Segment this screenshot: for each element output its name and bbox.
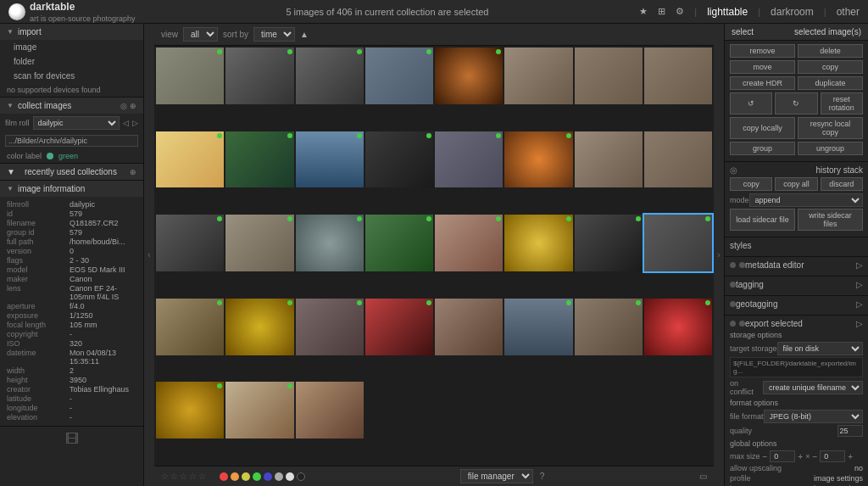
star-5[interactable]: ☆ — [198, 472, 206, 481]
star-icon[interactable]: ★ — [639, 6, 648, 17]
photo-cell[interactable] — [435, 131, 503, 188]
photo-cell[interactable] — [225, 382, 293, 439]
metadata-dot1[interactable] — [730, 262, 736, 268]
on-conflict-select[interactable]: create unique filename — [763, 381, 863, 394]
import-image[interactable]: image — [0, 40, 143, 54]
write-sidecar-button[interactable]: write sidecar files — [798, 209, 863, 231]
star-2[interactable]: ☆ — [170, 472, 178, 481]
color-label-orange[interactable] — [231, 472, 239, 481]
max-size-h-minus[interactable]: − — [812, 452, 817, 461]
filmstrip-toggle[interactable]: ▭ — [699, 472, 707, 481]
help-icon[interactable]: ? — [540, 472, 545, 481]
mode-select[interactable]: append — [749, 193, 863, 207]
photo-cell[interactable] — [644, 215, 712, 271]
copy-button[interactable]: copy — [798, 60, 863, 74]
photo-cell[interactable] — [644, 131, 712, 188]
photo-cell[interactable] — [575, 299, 643, 355]
file-manager-select[interactable]: file manager — [460, 469, 533, 483]
load-sidecar-button[interactable]: load sidecar file — [730, 209, 795, 231]
copy-locally-button[interactable]: copy locally — [730, 117, 795, 139]
photo-cell[interactable] — [296, 215, 364, 271]
color-label-white[interactable] — [286, 472, 294, 481]
photo-cell[interactable] — [504, 215, 572, 271]
max-size-minus[interactable]: − — [763, 452, 768, 461]
rotate-left-button[interactable]: ↺ — [730, 92, 772, 115]
color-label-green[interactable] — [253, 472, 261, 481]
photo-cell[interactable] — [156, 47, 224, 104]
gear-icon[interactable]: ⚙ — [676, 6, 684, 17]
import-folder[interactable]: folder — [0, 54, 143, 69]
grid-icon[interactable]: ⊞ — [658, 6, 665, 17]
tagging-dot[interactable] — [730, 282, 736, 288]
photo-cell[interactable] — [575, 215, 643, 271]
photo-cell[interactable] — [296, 382, 364, 439]
photo-cell[interactable] — [296, 299, 364, 355]
metadata-dot2[interactable] — [739, 262, 745, 268]
photo-cell[interactable] — [365, 47, 433, 104]
photo-cell[interactable] — [504, 299, 572, 355]
star-3[interactable]: ☆ — [180, 472, 187, 481]
nav-darkroom[interactable]: darkroom — [771, 6, 814, 18]
photo-cell[interactable] — [156, 299, 224, 355]
delete-button[interactable]: delete — [798, 44, 863, 58]
move-button[interactable]: move — [730, 60, 795, 74]
photo-cell[interactable] — [156, 131, 224, 188]
color-label-purple[interactable] — [275, 472, 283, 481]
sort-select[interactable]: time — [253, 27, 295, 42]
collect-header[interactable]: ▼ collect images ◎ ⊕ — [0, 98, 143, 114]
recently-header[interactable]: ▼ recently used collections ⊕ — [0, 164, 143, 180]
geotagging-dot[interactable] — [730, 301, 736, 307]
path-input[interactable] — [5, 135, 138, 147]
photo-cell[interactable] — [575, 47, 643, 104]
nav-other[interactable]: other — [837, 6, 860, 18]
create-hdr-button[interactable]: create HDR — [730, 76, 795, 90]
photo-cell[interactable] — [296, 47, 364, 104]
photo-cell[interactable] — [365, 215, 433, 271]
max-size-h[interactable] — [820, 450, 845, 462]
image-info-header[interactable]: ▼ image information — [0, 181, 143, 197]
ungroup-button[interactable]: ungroup — [798, 142, 863, 155]
quality-input[interactable]: 25 — [837, 425, 863, 437]
import-header[interactable]: ▼ import — [0, 24, 143, 40]
max-size-w[interactable] — [770, 450, 795, 462]
film-roll-select[interactable]: dailypic — [33, 116, 120, 130]
max-size-h-plus[interactable]: + — [848, 452, 853, 461]
photo-cell[interactable] — [225, 47, 293, 104]
photo-cell[interactable] — [504, 131, 572, 188]
photo-cell[interactable] — [365, 131, 433, 188]
photo-cell[interactable] — [225, 131, 293, 188]
history-copy-button[interactable]: copy — [730, 177, 772, 191]
left-panel-toggle[interactable]: ‹ — [144, 24, 154, 486]
color-label-red[interactable] — [220, 472, 228, 481]
color-label-blue[interactable] — [264, 472, 272, 481]
reset-rotation-button[interactable]: reset rotation — [821, 92, 863, 115]
photo-cell[interactable] — [504, 47, 572, 104]
resync-button[interactable]: resync local copy — [798, 117, 863, 139]
group-button[interactable]: group — [730, 142, 795, 155]
view-select[interactable]: all — [183, 27, 218, 42]
photo-cell[interactable] — [225, 215, 293, 271]
photo-cell[interactable] — [156, 215, 224, 271]
max-size-plus[interactable]: + — [798, 452, 803, 461]
history-discard-button[interactable]: discard — [821, 177, 863, 191]
export-dot2[interactable] — [739, 321, 745, 327]
export-dot1[interactable] — [730, 321, 736, 327]
target-storage-select[interactable]: file on disk — [777, 342, 863, 355]
photo-cell[interactable] — [435, 299, 503, 355]
photo-cell[interactable] — [225, 299, 293, 355]
photo-cell[interactable] — [644, 299, 712, 355]
photo-cell[interactable] — [365, 299, 433, 355]
remove-button[interactable]: remove — [730, 44, 795, 58]
file-format-select[interactable]: JPEG (8-bit) — [764, 410, 863, 423]
right-panel-toggle[interactable]: › — [714, 24, 724, 486]
nav-lighttable[interactable]: lighttable — [707, 6, 748, 18]
sort-arrow[interactable]: ▲ — [300, 30, 309, 39]
color-label-yellow[interactable] — [242, 472, 250, 481]
import-scan[interactable]: scan for devices — [0, 69, 143, 83]
photo-cell[interactable] — [644, 47, 712, 104]
duplicate-button[interactable]: duplicate — [798, 76, 863, 90]
photo-cell[interactable] — [156, 382, 224, 439]
history-copy-all-button[interactable]: copy all — [775, 177, 817, 191]
photo-cell[interactable] — [435, 47, 503, 104]
star-4[interactable]: ☆ — [189, 472, 197, 481]
